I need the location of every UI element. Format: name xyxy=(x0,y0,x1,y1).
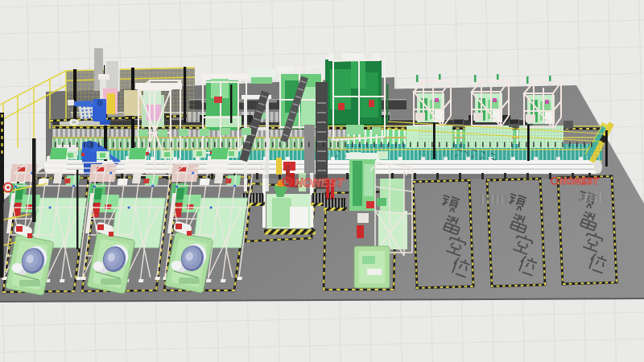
svg-text:HONEST: HONEST xyxy=(295,176,345,189)
svg-text:HONEST: HONEST xyxy=(559,176,600,186)
